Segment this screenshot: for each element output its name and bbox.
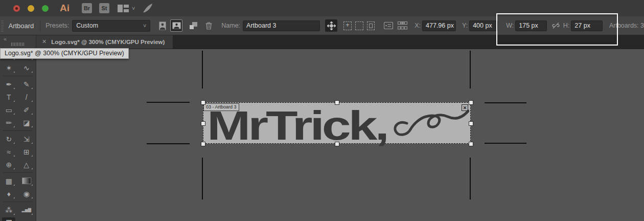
resize-handle[interactable] (335, 100, 339, 105)
pen-tool[interactable]: ✒ (2, 79, 15, 90)
crop-mark (470, 51, 471, 89)
bridge-button[interactable]: Br (82, 3, 92, 13)
minimize-button[interactable] (28, 5, 34, 12)
close-button[interactable] (13, 5, 20, 12)
tab-tooltip: Logo.svg* @ 300% (CMYK/GPU Preview) (0, 48, 129, 59)
resize-handle[interactable] (201, 100, 205, 105)
type-tool[interactable]: T (2, 92, 15, 102)
logo-script-flourish (392, 109, 469, 141)
panel-grip[interactable] (1, 19, 4, 32)
w-input[interactable]: 175 px (515, 20, 547, 31)
title-bar: Ai Br St ˅ (0, 0, 644, 17)
resize-handle[interactable] (335, 142, 339, 146)
crop-mark (147, 102, 190, 103)
curvature-tool[interactable]: ✎ (20, 79, 33, 90)
eraser-tool[interactable]: ◪ (20, 117, 33, 128)
eyedropper-tool[interactable]: ♦ (2, 188, 15, 199)
portrait-orientation-button[interactable] (156, 19, 169, 32)
delete-artboard-icon[interactable] (205, 22, 212, 30)
y-input[interactable]: 400 px (469, 20, 498, 31)
presets-select[interactable]: Custom ˅ (72, 20, 150, 32)
tab-title: Logo.svg* @ 300% (CMYK/GPU Preview) (51, 39, 165, 45)
magic-wand-tool[interactable]: ✶ (2, 62, 15, 73)
width-tool[interactable]: ≈ (2, 146, 15, 157)
symbol-sprayer-tool[interactable]: ⁂ (2, 205, 15, 215)
document-tab-bar: ✕ Logo.svg* @ 300% (CMYK/GPU Preview) (36, 35, 644, 49)
preset-inner-icon[interactable] (367, 21, 375, 30)
landscape-orientation-button[interactable] (170, 19, 182, 32)
collapse-panel-button[interactable]: « (4, 36, 7, 42)
resize-handle[interactable] (201, 142, 205, 146)
tool-divider (3, 130, 32, 131)
resize-handle[interactable] (469, 121, 473, 126)
presets-label: Presets: (45, 22, 69, 29)
resize-handle[interactable] (469, 100, 473, 105)
x-input[interactable]: 477.96 px (422, 20, 456, 31)
line-segment-tool[interactable]: / (20, 92, 33, 102)
artboard-name-label: 03 - Artboard 3 (203, 103, 239, 111)
tool-divider (3, 202, 32, 202)
rearrange-artboards-icon[interactable] (398, 21, 407, 30)
crop-mark (147, 143, 190, 144)
control-bar: Artboard Presets: Custom ˅ (0, 16, 644, 35)
gradient-tool[interactable] (20, 175, 33, 186)
crop-mark (202, 51, 203, 89)
move-artwork-with-artboard-toggle[interactable] (325, 19, 337, 32)
unlink-dimensions-icon[interactable] (551, 22, 560, 29)
blend-tool[interactable]: ◉ (20, 188, 33, 199)
panel-title: Artboard (8, 22, 34, 30)
delete-artboard-widget[interactable]: ✕ (462, 104, 468, 111)
perspective-grid-tool[interactable]: △ (20, 159, 33, 170)
lasso-tool[interactable]: ∿ (20, 62, 33, 73)
illustrator-logo: Ai (60, 3, 70, 14)
name-label: Name: (221, 22, 240, 29)
chevron-down-icon: ˅ (143, 23, 146, 29)
crop-mark (485, 143, 526, 144)
tool-divider (3, 172, 32, 173)
w-label: W: (506, 22, 514, 29)
column-graph-tool[interactable]: ▂▅▇ (20, 205, 33, 215)
document-tab[interactable]: ✕ Logo.svg* @ 300% (CMYK/GPU Preview) (36, 35, 173, 49)
x-label: X: (415, 22, 421, 29)
tool-divider (3, 76, 32, 76)
new-artboard-icon[interactable] (190, 22, 197, 29)
logo-wordmark: MrTrick, (207, 110, 387, 142)
crop-mark (470, 158, 471, 200)
shaper-tool[interactable]: ✏ (2, 117, 15, 128)
resize-handle[interactable] (469, 142, 473, 146)
crop-mark (485, 102, 526, 103)
rectangle-tool[interactable]: ▭ (2, 104, 15, 115)
divider (40, 20, 40, 31)
chevron-down-icon[interactable]: ˅ (132, 5, 135, 11)
workspace-switcher-icon[interactable] (118, 5, 129, 12)
panel-grip[interactable] (11, 42, 25, 46)
h-label: H: (563, 22, 570, 29)
mesh-tool[interactable]: ▦ (2, 175, 15, 186)
stock-button[interactable]: St (99, 3, 109, 13)
h-input[interactable]: 27 px (571, 20, 603, 31)
artboard-tool[interactable]: ❐ (2, 217, 15, 221)
artboards-count: Artboards: 3 (609, 22, 644, 29)
artboard-name-input[interactable]: Artboard 3 (243, 20, 320, 31)
preset-plus-icon[interactable] (343, 21, 352, 30)
crop-mark (202, 158, 203, 200)
rotate-tool[interactable]: ↻ (2, 134, 15, 144)
tools-panel: « ↖▷✶∿✒✎T/▭✐✏◪↻⇲≈⊞⊕△▦♦◉⁂▂▅▇❐✂ (0, 35, 36, 221)
sync-rocket-icon[interactable] (143, 4, 153, 13)
zoom-button[interactable] (42, 5, 49, 12)
tab-close-icon[interactable]: ✕ (42, 38, 47, 45)
toolbar-tools: ↖▷✶∿✒✎T/▭✐✏◪↻⇲≈⊞⊕△▦♦◉⁂▂▅▇❐✂ (0, 49, 35, 221)
preset-corners-icon[interactable] (355, 21, 363, 30)
selected-artboard[interactable]: MrTrick, 03 - Artboard 3 ✕ (203, 102, 471, 144)
resize-handle[interactable] (201, 121, 205, 126)
y-label: Y: (462, 22, 468, 29)
presets-value: Custom (76, 22, 98, 29)
shape-builder-tool[interactable]: ⊕ (2, 159, 15, 170)
artboard-options-icon[interactable] (384, 22, 393, 29)
illustrator-window: MrTrick, 03 - Artboard 3 ✕ Ai Br St ˅ (0, 0, 644, 221)
slice-tool[interactable]: ✂ (20, 217, 33, 221)
scale-tool[interactable]: ⇲ (20, 134, 33, 144)
free-transform-tool[interactable]: ⊞ (20, 146, 33, 157)
paintbrush-tool[interactable]: ✐ (20, 104, 33, 115)
